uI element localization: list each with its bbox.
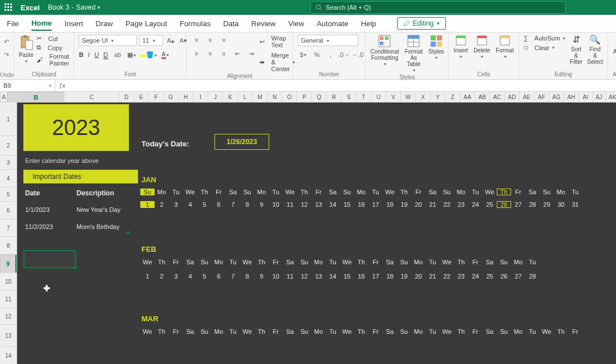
autofill-handle[interactable] — [127, 231, 129, 234]
column-header[interactable]: AF — [534, 92, 549, 102]
calendar-cell[interactable]: Mo — [511, 259, 525, 265]
row-header[interactable]: 8 — [0, 237, 17, 255]
calendar-cell[interactable]: We — [183, 189, 197, 195]
column-header[interactable]: W — [401, 92, 416, 102]
calendar-cell[interactable]: 8 — [240, 273, 254, 280]
column-header[interactable]: AE — [520, 92, 534, 102]
editing-mode-button[interactable]: Editing ▾ — [397, 17, 447, 30]
calendar-cell[interactable]: 11 — [283, 273, 297, 280]
calendar-cell[interactable]: Th — [397, 189, 411, 195]
calendar-cell[interactable]: Mo — [155, 189, 169, 195]
borders-button[interactable]: ▦▾ — [127, 51, 136, 59]
document-title[interactable]: Book 3 - Saved ▾ — [48, 3, 100, 11]
italic-button[interactable]: I — [88, 51, 90, 58]
calendar-cell[interactable]: 16 — [354, 201, 368, 208]
calendar-cell[interactable]: Fr — [269, 328, 283, 335]
calendar-cell[interactable]: 12 — [297, 273, 311, 280]
calendar-cell[interactable]: 22 — [440, 201, 454, 208]
tab-data[interactable]: Data — [223, 17, 238, 30]
calendar-cell[interactable]: Fr — [368, 328, 383, 335]
column-header[interactable]: AI — [579, 92, 593, 102]
calendar-cell[interactable]: Mo — [554, 189, 568, 195]
calendar-cell[interactable]: Sa — [425, 189, 440, 195]
column-header[interactable]: X — [416, 92, 431, 102]
row-header[interactable]: 11 — [0, 291, 17, 308]
calendar-cell[interactable]: 27 — [511, 273, 525, 280]
calendar-cell[interactable]: 21 — [425, 273, 440, 280]
undo-icon[interactable]: ↶ — [4, 38, 9, 46]
calendar-cell[interactable]: 27 — [511, 201, 525, 208]
calendar-cell[interactable]: 6 — [212, 273, 226, 280]
calendar-cell[interactable]: Su — [340, 189, 354, 195]
calendar-cell[interactable]: Fr — [568, 328, 582, 335]
calendar-cell[interactable]: We — [240, 259, 254, 265]
calendar-cell[interactable]: 3 — [169, 201, 183, 208]
calendar-cell[interactable]: Su — [297, 259, 311, 265]
calendar-cell[interactable]: Sa — [226, 189, 240, 195]
calendar-cell[interactable]: 5 — [197, 273, 212, 280]
calendar-cell[interactable]: Fr — [468, 259, 483, 265]
fill-handle[interactable] — [74, 266, 76, 269]
column-header[interactable]: T — [356, 92, 371, 102]
calendar-cell[interactable]: 26 — [497, 201, 511, 208]
column-header[interactable]: V — [386, 92, 401, 102]
calendar-cell[interactable]: Su — [197, 328, 212, 335]
number-format-select[interactable]: General▾ — [298, 35, 358, 46]
calendar-cell[interactable]: 9 — [254, 273, 269, 280]
calendar-cell[interactable]: 24 — [468, 273, 483, 280]
worksheet[interactable]: 1234567891011121314 2023 Enter calendar … — [0, 103, 616, 364]
column-header[interactable]: AD — [505, 92, 520, 102]
calendar-cell[interactable]: 10 — [269, 273, 283, 280]
fill-color-button[interactable]: 🪣▾ — [140, 51, 157, 59]
calendar-cell[interactable]: 2 — [155, 273, 169, 280]
copy-button[interactable]: ⧉ Copy — [37, 44, 69, 51]
calendar-cell[interactable]: Mo — [212, 328, 226, 335]
column-header[interactable]: B — [7, 92, 64, 104]
sort-filter-button[interactable]: ⇵Sort & Filter — [570, 35, 582, 65]
align-bottom-button[interactable]: ≡ — [218, 35, 229, 45]
calendar-cell[interactable]: We — [283, 189, 297, 195]
calendar-cell[interactable]: Su — [297, 328, 311, 335]
row-header[interactable]: 10 — [0, 273, 17, 291]
calendar-cell[interactable]: Th — [297, 189, 311, 195]
calendar-cell[interactable]: 14 — [326, 201, 340, 208]
calendar-cell[interactable]: 19 — [397, 273, 411, 280]
column-header[interactable]: E — [134, 92, 149, 102]
analyze-data-button[interactable]: Analyze Data — [613, 35, 616, 61]
calendar-cell[interactable]: Su — [497, 328, 511, 335]
column-header[interactable]: Y — [431, 92, 445, 102]
tab-insert[interactable]: Insert — [64, 17, 83, 30]
calendar-cell[interactable]: Tu — [425, 259, 440, 265]
calendar-cell[interactable]: Tu — [525, 328, 540, 335]
column-header[interactable]: J — [208, 92, 223, 102]
column-header[interactable]: S — [342, 92, 356, 102]
calendar-cell[interactable]: Fr — [212, 189, 226, 195]
autosum-button[interactable]: ∑ AutoSum▾ — [524, 35, 565, 42]
format-painter-button[interactable]: 🖌 Format Painter — [37, 53, 69, 67]
calendar-cell[interactable]: 28 — [525, 273, 540, 280]
cell-styles-button[interactable]: Styles▾ — [428, 35, 444, 61]
clear-button[interactable]: ◇ Clear▾ — [524, 44, 565, 51]
calendar-cell[interactable]: 17 — [368, 273, 383, 280]
calendar-cell[interactable]: 9 — [254, 201, 269, 208]
calendar-cell[interactable]: We — [483, 189, 497, 195]
calendar-cell[interactable]: Fr — [311, 189, 326, 195]
calendar-cell[interactable]: Su — [140, 189, 155, 195]
calendar-cell[interactable]: Tu — [468, 189, 483, 195]
calendar-cell[interactable]: Su — [197, 259, 212, 265]
calendar-cell[interactable]: 23 — [454, 201, 468, 208]
calendar-cell[interactable]: Tu — [326, 259, 340, 265]
calendar-cell[interactable]: Tu — [525, 259, 540, 265]
calendar-cell[interactable]: Fr — [511, 189, 525, 195]
calendar-cell[interactable]: 6 — [212, 201, 226, 208]
row-header[interactable]: 13 — [0, 325, 17, 347]
column-header[interactable]: AG — [549, 92, 564, 102]
calendar-cell[interactable]: 7 — [226, 201, 240, 208]
calendar-cell[interactable]: Sa — [383, 328, 397, 335]
format-as-table-button[interactable]: Format As Table▾ — [404, 35, 423, 73]
calendar-cell[interactable]: We — [340, 328, 354, 335]
column-header[interactable]: AK — [606, 92, 616, 102]
calendar-cell[interactable]: Sa — [525, 189, 540, 195]
calendar-cell[interactable]: 25 — [483, 273, 497, 280]
calendar-cell[interactable]: Sa — [383, 259, 397, 265]
